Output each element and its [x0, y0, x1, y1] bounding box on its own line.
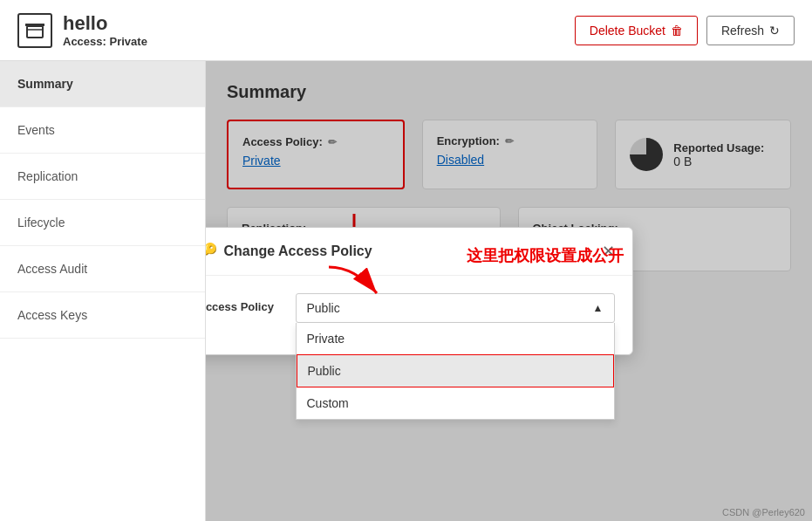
delete-bucket-label: Delete Bucket [590, 24, 665, 38]
selected-value: Public [307, 301, 340, 315]
field-label: Access Policy [206, 293, 285, 313]
sidebar-summary-label: Summary [17, 77, 73, 91]
sidebar-item-access-keys[interactable]: Access Keys [0, 292, 205, 339]
bucket-name: hello [63, 12, 147, 35]
sidebar-item-summary[interactable]: Summary [0, 61, 205, 107]
annotation-text: 这里把权限设置成公开 [467, 245, 624, 266]
modal-header-right: 这里把权限设置成公开 ✕ [602, 242, 615, 261]
modal-title-text: Change Access Policy [224, 243, 372, 259]
refresh-icon: ↻ [769, 24, 780, 38]
sidebar-lifecycle-label: Lifecycle [17, 216, 65, 230]
sidebar-item-lifecycle[interactable]: Lifecycle [0, 200, 205, 246]
sidebar-item-events[interactable]: Events [0, 107, 205, 154]
modal-header: 🔑 Change Access Policy 这里把权限设置成公开 ✕ [206, 228, 632, 276]
dropdown-item-private[interactable]: Private [297, 323, 614, 354]
content-area: Summary Access Policy: ✏ Private Encrypt… [206, 61, 812, 521]
sidebar-access-keys-label: Access Keys [17, 308, 87, 322]
modal-title: 🔑 Change Access Policy [206, 242, 372, 261]
sidebar-item-replication[interactable]: Replication [0, 154, 205, 200]
access-policy-field: Access Policy Public ▲ Private Public Cu… [206, 293, 615, 323]
sidebar: Summary Events Replication Lifecycle Acc… [0, 61, 206, 521]
field-select-display[interactable]: Public ▲ [296, 293, 615, 323]
delete-icon: 🗑 [671, 24, 683, 38]
access-label: Access: [63, 35, 106, 48]
bucket-info: hello Access: Private [17, 12, 147, 48]
svg-rect-2 [25, 24, 44, 26]
dropdown-item-custom[interactable]: Custom [297, 387, 614, 419]
access-value: Private [110, 35, 147, 48]
bucket-name-group: hello Access: Private [63, 12, 147, 48]
sidebar-item-access-audit[interactable]: Access Audit [0, 246, 205, 292]
dropdown-item-public[interactable]: Public [297, 354, 614, 387]
top-bar-actions: Delete Bucket 🗑 Refresh ↻ [575, 16, 795, 45]
delete-bucket-button[interactable]: Delete Bucket 🗑 [575, 16, 698, 45]
main-layout: Summary Events Replication Lifecycle Acc… [0, 61, 812, 521]
bucket-icon [17, 13, 52, 48]
top-bar: hello Access: Private Delete Bucket 🗑 Re… [0, 0, 812, 61]
refresh-label: Refresh [721, 24, 764, 38]
key-icon: 🔑 [206, 242, 217, 261]
modal-body: Access Policy Public ▲ Private Public Cu… [206, 276, 632, 354]
sidebar-replication-label: Replication [17, 169, 78, 183]
sidebar-events-label: Events [17, 123, 55, 137]
dropdown-arrow-icon: ▲ [593, 302, 604, 314]
change-access-policy-modal: 🔑 Change Access Policy 这里把权限设置成公开 ✕ Acce… [206, 227, 633, 355]
field-select-wrapper: Public ▲ Private Public Custom [296, 293, 615, 323]
refresh-button[interactable]: Refresh ↻ [706, 16, 795, 45]
dropdown-list: Private Public Custom [296, 323, 615, 420]
svg-rect-1 [27, 26, 43, 38]
modal-overlay: 🔑 Change Access Policy 这里把权限设置成公开 ✕ Acce… [206, 61, 812, 521]
bucket-access: Access: Private [63, 35, 147, 48]
sidebar-access-audit-label: Access Audit [17, 262, 87, 276]
